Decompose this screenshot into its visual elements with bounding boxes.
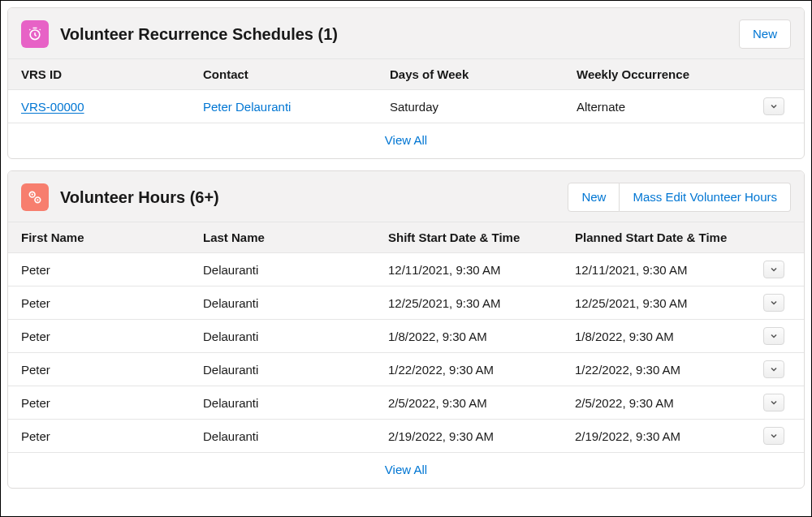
hours-card: Volunteer Hours (6+) New Mass Edit Volun… [7, 170, 805, 489]
last-name-cell: Delauranti [203, 296, 388, 310]
table-row: VRS-00000Peter DelaurantiSaturdayAlterna… [8, 89, 804, 123]
vrs-new-button[interactable]: New [739, 19, 791, 49]
planned-start-cell: 12/25/2021, 9:30 AM [575, 296, 687, 310]
vrs-card: Volunteer Recurrence Schedules (1) New V… [7, 7, 805, 159]
col-shift-start: Shift Start Date & Time [388, 230, 575, 244]
vrs-id-link[interactable]: VRS-00000 [21, 100, 84, 114]
svg-point-4 [37, 199, 38, 200]
first-name-cell: Peter [21, 296, 203, 310]
row-menu-button[interactable] [763, 427, 784, 445]
vrs-view-all: View All [8, 123, 804, 158]
mass-edit-button[interactable]: Mass Edit Volunteer Hours [620, 183, 791, 212]
hours-header: Volunteer Hours (6+) New Mass Edit Volun… [8, 171, 804, 222]
hours-view-all: View All [8, 452, 804, 488]
table-row: PeterDelauranti1/8/2022, 9:30 AM1/8/2022… [8, 319, 804, 352]
vrs-header: Volunteer Recurrence Schedules (1) New [8, 8, 804, 59]
schedule-icon [21, 20, 49, 48]
planned-start-cell: 1/8/2022, 9:30 AM [575, 330, 674, 343]
hours-new-button[interactable]: New [568, 183, 620, 212]
svg-point-2 [32, 194, 33, 196]
hours-title: Volunteer Hours (6+) [60, 188, 568, 207]
last-name-cell: Delauranti [203, 396, 388, 410]
shift-start-cell: 2/5/2022, 9:30 AM [388, 396, 575, 410]
planned-start-cell: 12/11/2021, 9:30 AM [575, 263, 687, 277]
hours-column-headers: First Name Last Name Shift Start Date & … [8, 222, 804, 252]
vrs-column-headers: VRS ID Contact Days of Week Weekly Occur… [8, 59, 804, 89]
row-menu-button[interactable] [763, 394, 784, 411]
row-menu-button[interactable] [763, 360, 784, 378]
col-first-name: First Name [21, 230, 203, 244]
last-name-cell: Delauranti [203, 330, 388, 343]
col-vrs-id: VRS ID [21, 67, 203, 81]
table-row: PeterDelauranti2/5/2022, 9:30 AM2/5/2022… [8, 386, 804, 419]
col-days: Days of Week [390, 67, 577, 81]
contact-link[interactable]: Peter Delauranti [203, 100, 291, 114]
first-name-cell: Peter [21, 363, 203, 377]
table-row: PeterDelauranti1/22/2022, 9:30 AM1/22/20… [8, 352, 804, 386]
row-menu-button[interactable] [763, 97, 784, 115]
first-name-cell: Peter [21, 429, 203, 443]
col-last-name: Last Name [203, 230, 388, 244]
shift-start-cell: 1/8/2022, 9:30 AM [388, 330, 575, 343]
shift-start-cell: 12/25/2021, 9:30 AM [388, 296, 575, 310]
planned-start-cell: 2/5/2022, 9:30 AM [575, 396, 674, 410]
planned-start-cell: 2/19/2022, 9:30 AM [575, 429, 680, 443]
last-name-cell: Delauranti [203, 429, 388, 443]
row-menu-button[interactable] [763, 327, 784, 345]
gears-icon [21, 183, 49, 211]
table-row: PeterDelauranti12/25/2021, 9:30 AM12/25/… [8, 286, 804, 319]
last-name-cell: Delauranti [203, 263, 388, 277]
weekly-cell: Alternate [577, 100, 625, 114]
shift-start-cell: 2/19/2022, 9:30 AM [388, 429, 575, 443]
col-weekly: Weekly Occurrence [577, 67, 791, 81]
row-menu-button[interactable] [763, 261, 784, 278]
col-planned-start: Planned Start Date & Time [575, 230, 791, 244]
vrs-view-all-link[interactable]: View All [385, 133, 427, 147]
table-row: PeterDelauranti12/11/2021, 9:30 AM12/11/… [8, 252, 804, 286]
vrs-title: Volunteer Recurrence Schedules (1) [60, 25, 739, 44]
days-cell: Saturday [390, 100, 577, 114]
hours-view-all-link[interactable]: View All [385, 463, 427, 476]
table-row: PeterDelauranti2/19/2022, 9:30 AM2/19/20… [8, 419, 804, 452]
shift-start-cell: 1/22/2022, 9:30 AM [388, 363, 575, 377]
col-contact: Contact [203, 67, 390, 81]
row-menu-button[interactable] [763, 294, 784, 312]
last-name-cell: Delauranti [203, 363, 388, 377]
first-name-cell: Peter [21, 396, 203, 410]
first-name-cell: Peter [21, 263, 203, 277]
first-name-cell: Peter [21, 330, 203, 343]
planned-start-cell: 1/22/2022, 9:30 AM [575, 363, 680, 377]
shift-start-cell: 12/11/2021, 9:30 AM [388, 263, 575, 277]
